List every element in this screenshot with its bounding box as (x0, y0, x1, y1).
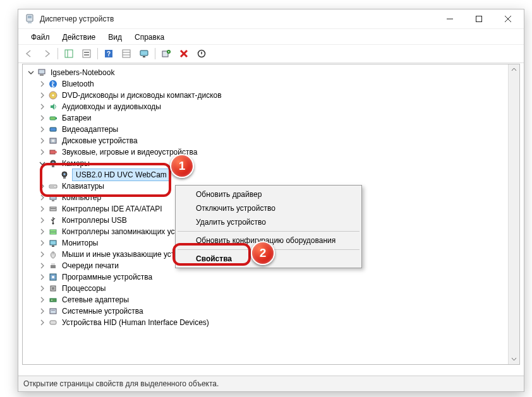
chevron-down-icon[interactable] (38, 159, 47, 168)
chevron-right-icon[interactable] (38, 239, 47, 247)
svg-rect-53 (50, 240, 56, 245)
tree-category[interactable]: Батареи (27, 112, 519, 124)
details-button[interactable] (118, 46, 135, 61)
chevron-right-icon[interactable] (38, 125, 47, 134)
svg-rect-4 (476, 16, 482, 22)
chevron-right-icon[interactable] (38, 182, 47, 191)
vertical-scrollbar[interactable] (508, 64, 519, 364)
tree-category[interactable]: Программные устройства (27, 271, 519, 283)
tree-category-label: Клавиатуры (61, 181, 106, 192)
scan-hardware-button[interactable] (158, 46, 174, 61)
minimize-button[interactable] (435, 9, 464, 28)
tree-category[interactable]: Аудиовходы и аудиовыходы (27, 101, 519, 112)
tree-category-label: Батареи (61, 112, 92, 124)
show-hide-tree-button[interactable] (61, 46, 77, 61)
svg-rect-45 (53, 186, 54, 187)
chevron-right-icon[interactable] (38, 273, 47, 281)
menu-help[interactable]: Справка (128, 32, 171, 44)
properties-button[interactable] (78, 46, 95, 61)
svg-rect-38 (52, 165, 54, 167)
svg-rect-62 (52, 287, 54, 290)
tree-category[interactable]: Системные устройства (27, 305, 519, 317)
menu-view[interactable]: Вид (102, 32, 128, 44)
category-icon (48, 193, 58, 203)
tree-category[interactable]: Звуковые, игровые и видеоустройства (27, 146, 519, 158)
chevron-right-icon[interactable] (38, 91, 47, 100)
toolbar: ? (18, 44, 524, 63)
category-icon (48, 181, 58, 191)
menu-action[interactable]: Действие (56, 32, 102, 44)
ctx-disable-device[interactable]: Отключить устройство (177, 201, 360, 215)
back-button[interactable] (21, 46, 37, 61)
chevron-right-icon[interactable] (38, 307, 47, 316)
category-icon (48, 249, 58, 259)
ctx-uninstall-device[interactable]: Удалить устройство (177, 215, 360, 229)
svg-rect-30 (56, 117, 57, 119)
maximize-button[interactable] (464, 9, 493, 28)
tree-category[interactable]: Видеоадаптеры (27, 124, 519, 135)
chevron-right-icon[interactable] (38, 318, 47, 327)
monitor-button[interactable] (136, 46, 152, 61)
tree-category[interactable]: Дисковые устройства (27, 135, 519, 146)
svg-rect-44 (52, 186, 52, 187)
svg-rect-46 (50, 195, 56, 199)
disable-button[interactable] (193, 46, 210, 61)
help-button[interactable]: ? (100, 46, 117, 61)
svg-rect-43 (51, 186, 51, 187)
ctx-update-driver[interactable]: Обновить драйвер (177, 187, 360, 201)
chevron-right-icon[interactable] (38, 148, 47, 157)
category-icon (48, 102, 58, 112)
tree-category[interactable]: Процессоры (27, 283, 519, 294)
chevron-right-icon[interactable] (38, 250, 47, 259)
chevron-right-icon[interactable] (38, 227, 47, 236)
tree-category[interactable]: Сетевые адаптеры (27, 294, 519, 305)
tree-category[interactable]: DVD-дисководы и дисководы компакт-дисков (27, 90, 519, 101)
category-icon (48, 136, 58, 146)
ctx-scan-hardware[interactable]: Обновить конфигурацию оборудования (177, 234, 360, 247)
chevron-right-icon[interactable] (38, 136, 47, 145)
chevron-right-icon[interactable] (38, 295, 47, 304)
status-bar: Открытие страницы свойств для выделенног… (18, 376, 524, 391)
tree-category[interactable]: Устройства HID (Human Interface Devices) (27, 317, 519, 328)
chevron-right-icon[interactable] (38, 102, 47, 111)
chevron-right-icon[interactable] (38, 204, 47, 213)
tree-category-label: Программные устройства (61, 271, 154, 283)
chevron-right-icon[interactable] (38, 114, 47, 122)
menu-file[interactable]: Файл (25, 32, 56, 44)
tree-category-label: Системные устройства (61, 305, 145, 317)
category-icon (48, 158, 58, 169)
scroll-down-arrow[interactable] (509, 353, 519, 364)
tree-category[interactable]: Bluetooth (27, 78, 519, 90)
svg-rect-25 (40, 74, 44, 76)
category-icon (48, 215, 58, 225)
computer-icon (37, 68, 47, 78)
chevron-right-icon[interactable] (38, 80, 47, 88)
ctx-properties[interactable]: Свойства (177, 252, 360, 266)
chevron-right-icon[interactable] (38, 261, 47, 270)
ctx-separator (178, 249, 360, 250)
tree-category-label: Процессоры (61, 283, 107, 294)
tree-root[interactable]: Igsebers-Notebook (27, 67, 519, 78)
tree-category-label: Компьютер (61, 192, 102, 203)
tree-device-label: USB2.0 HD UVC WebCam (72, 169, 171, 181)
category-icon (48, 147, 58, 157)
svg-rect-10 (84, 52, 89, 53)
svg-rect-24 (39, 69, 45, 74)
svg-rect-49 (51, 208, 56, 209)
scroll-up-arrow[interactable] (509, 64, 519, 75)
tree-category[interactable]: Камеры (27, 158, 519, 169)
svg-rect-9 (83, 50, 90, 57)
category-icon (48, 261, 58, 271)
forward-button[interactable] (39, 46, 55, 61)
chevron-right-icon[interactable] (38, 284, 47, 293)
close-button[interactable] (493, 9, 523, 28)
svg-rect-41 (63, 177, 66, 179)
tree-category-label: Камеры (61, 158, 91, 169)
chevron-down-icon[interactable] (27, 68, 35, 77)
tree-device-selected[interactable]: USB2.0 HD UVC WebCam (27, 169, 519, 181)
chevron-right-icon[interactable] (38, 193, 47, 202)
chevron-right-icon[interactable] (38, 216, 47, 225)
svg-rect-2 (28, 21, 32, 23)
uninstall-button[interactable] (176, 46, 192, 61)
toolbar-separator (57, 48, 58, 59)
